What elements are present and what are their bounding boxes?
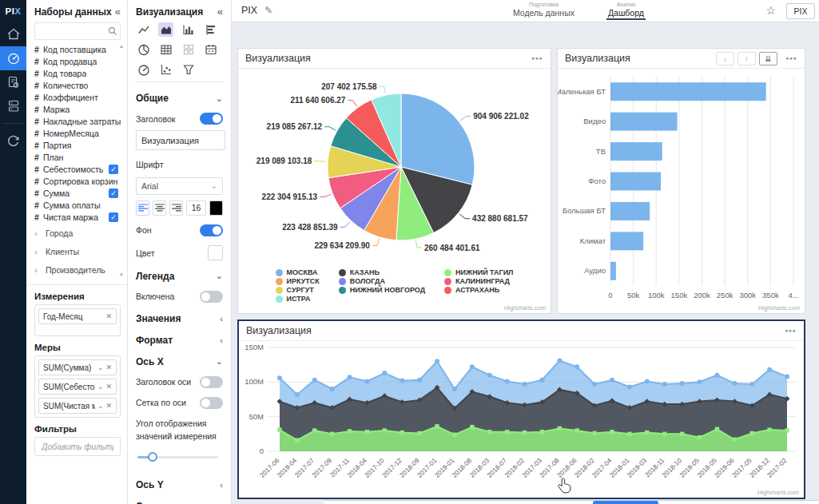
remove-icon[interactable]: ✕ — [105, 402, 112, 410]
data-point[interactable] — [627, 384, 632, 389]
data-point[interactable] — [749, 382, 754, 387]
tab-dashboard[interactable]: АнализДашборд — [606, 0, 646, 22]
data-point[interactable] — [575, 428, 579, 432]
legend-item[interactable]: ВОЛОГДА — [339, 277, 425, 285]
legend-item[interactable]: ИСТРА — [276, 295, 320, 303]
font-color-swatch[interactable] — [209, 200, 223, 216]
data-point[interactable] — [435, 424, 439, 428]
bar[interactable] — [610, 113, 678, 131]
data-point[interactable] — [680, 432, 684, 436]
dataset-search-input[interactable] — [35, 26, 105, 36]
line-chart-icon[interactable] — [136, 22, 151, 37]
section-values[interactable]: Значения — [136, 313, 223, 324]
dataset-group[interactable]: ›Клиенты — [34, 243, 124, 260]
data-point[interactable] — [592, 431, 596, 435]
data-point[interactable] — [662, 382, 667, 387]
data-point[interactable] — [348, 429, 352, 433]
collapse-panel-icon[interactable]: « — [115, 6, 121, 18]
filters-dropzone[interactable] — [34, 437, 121, 456]
section-x-axis[interactable]: Ось X — [136, 356, 223, 367]
align-center-button[interactable] — [153, 200, 166, 216]
chevron-down-icon[interactable]: ⌄ — [97, 402, 104, 410]
data-point[interactable] — [714, 373, 719, 378]
data-point[interactable] — [539, 378, 544, 383]
data-point[interactable] — [662, 432, 666, 436]
widget-menu-icon[interactable]: ⋯ — [785, 52, 797, 65]
pix-logo[interactable]: PIX — [0, 0, 26, 22]
font-size-input[interactable]: 16 — [186, 200, 206, 216]
data-point[interactable] — [523, 382, 527, 387]
column-chart-icon[interactable] — [181, 22, 196, 37]
measure-chip[interactable]: SUM(Чистая ма...⌄✕ — [38, 398, 117, 414]
legend-toggle[interactable] — [200, 291, 223, 303]
data-point[interactable] — [435, 359, 439, 363]
dataset-field[interactable]: #Маржа — [34, 103, 124, 115]
data-point[interactable] — [505, 430, 509, 434]
pie-chart[interactable]: 904 906 221.02432 880 681.57260 484 401.… — [238, 69, 551, 264]
rail-item-refresh[interactable] — [0, 129, 26, 153]
data-point[interactable] — [383, 428, 387, 432]
favorite-star-icon[interactable]: ☆ — [765, 4, 776, 17]
data-point[interactable] — [627, 432, 631, 436]
data-point[interactable] — [487, 430, 491, 434]
data-point[interactable] — [645, 431, 649, 435]
data-point[interactable] — [540, 430, 544, 434]
data-point[interactable] — [330, 387, 335, 391]
widget-title-input[interactable] — [136, 130, 225, 150]
dataset-field[interactable]: #Код товара — [34, 67, 124, 79]
dataset-field[interactable]: #Чистая маржа✓ — [34, 211, 124, 223]
data-point[interactable] — [400, 431, 404, 435]
data-point[interactable] — [312, 378, 317, 383]
scatter-chart-icon[interactable] — [158, 62, 173, 77]
dataset-field[interactable]: #Коэффициент — [34, 91, 124, 103]
data-point[interactable] — [698, 379, 702, 384]
add-filter-input[interactable] — [40, 441, 115, 452]
dataset-field[interactable]: #Накладные затраты — [34, 115, 124, 127]
expand-chevron-icon[interactable]: › — [34, 265, 46, 275]
slider-thumb[interactable] — [148, 452, 157, 462]
axis-grid-toggle[interactable] — [200, 397, 223, 409]
data-point[interactable] — [400, 379, 404, 383]
data-point[interactable] — [417, 378, 422, 383]
dataset-field[interactable]: #Количество — [34, 79, 124, 91]
data-point[interactable] — [557, 358, 562, 363]
data-point[interactable] — [364, 379, 369, 383]
scroll-up-icon[interactable]: ▲ — [119, 44, 124, 49]
dataset-field[interactable]: #НомерМесяца — [34, 127, 124, 139]
user-badge[interactable]: PIX — [786, 3, 815, 19]
sort-descending-button[interactable]: ↓ — [716, 52, 734, 65]
pie-chart-icon[interactable] — [136, 42, 151, 57]
data-point[interactable] — [487, 373, 492, 378]
area-widget[interactable]: Визуализация ⋯ 050M100M150M2017-062019-0… — [237, 319, 805, 499]
data-point[interactable] — [295, 392, 300, 397]
widget-menu-icon[interactable]: ⋯ — [785, 324, 797, 337]
data-point[interactable] — [365, 430, 369, 434]
dataset-field[interactable]: #Код продавца — [34, 55, 124, 67]
sort-default-button[interactable]: ⇊ — [759, 52, 777, 65]
area-chart[interactable]: 050M100M150M2017-062019-042017-072017-09… — [239, 341, 802, 495]
pivot-chart-icon[interactable] — [181, 42, 196, 57]
section-y-axis[interactable]: Ось Y — [136, 479, 223, 490]
legend-item[interactable]: АСТРАХАНЬ — [444, 286, 513, 294]
bar[interactable] — [610, 262, 616, 280]
dataset-group[interactable]: ›Города — [34, 224, 124, 241]
data-point[interactable] — [312, 428, 316, 432]
data-point[interactable] — [452, 387, 457, 391]
bar[interactable] — [610, 232, 643, 250]
section-legend[interactable]: Легенда — [136, 271, 223, 282]
legend-item[interactable]: СУРГУТ — [276, 286, 320, 294]
data-point[interactable] — [277, 427, 281, 431]
dataset-search[interactable] — [34, 22, 121, 40]
data-point[interactable] — [330, 432, 334, 436]
data-point[interactable] — [610, 378, 614, 383]
section-general[interactable]: Общие — [136, 93, 223, 104]
header-toggle[interactable] — [200, 113, 223, 125]
font-family-select[interactable]: Arial ⌄ — [136, 177, 223, 195]
dataset-field[interactable]: #Партия — [34, 139, 124, 151]
chevron-down-icon[interactable]: ⌄ — [97, 383, 104, 391]
hidden-dialog-button[interactable] — [593, 501, 658, 504]
section-format[interactable]: Формат — [136, 335, 223, 346]
data-point[interactable] — [470, 425, 474, 429]
align-left-button[interactable] — [136, 200, 149, 216]
dataset-field[interactable]: #Сумма✓ — [34, 187, 124, 199]
